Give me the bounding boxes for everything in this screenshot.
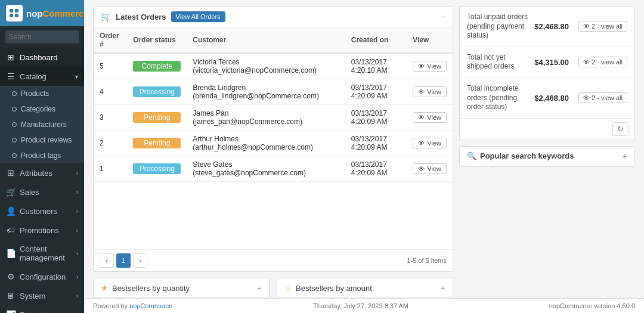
col-created-on: Created on <box>345 27 407 53</box>
status-badge: Pending <box>133 138 181 148</box>
reports-icon: 📊 <box>6 310 16 313</box>
bestsellers-amount-header: ☆ Bestsellers by amount + <box>277 278 453 297</box>
stat-label-3: Total incomplete orders (pending order s… <box>467 84 530 112</box>
footer-link[interactable]: nopCommerce <box>129 302 172 309</box>
sidebar-item-configuration[interactable]: ⚙ Configuration › <box>0 267 84 286</box>
manufacturers-icon <box>12 122 17 127</box>
bestsellers-quantity-header: ★ Bestsellers by quantity + <box>94 278 269 297</box>
refresh-button[interactable]: ↻ <box>612 122 628 136</box>
footer: Powered by nopCommerce Thursday, July 27… <box>84 298 644 313</box>
customer-cell: James Pan (james_pan@nopCommerce.com) <box>187 105 345 131</box>
stat-value-3: $2,468.80 <box>534 94 569 103</box>
sidebar-config-label: Configuration <box>20 272 66 281</box>
order-status-cell: Processing <box>127 79 187 105</box>
sidebar-item-customers[interactable]: 👤 Customers › <box>0 202 84 221</box>
view-button[interactable]: 👁 View <box>413 86 447 97</box>
orders-cart-icon: 🛒 <box>101 12 111 21</box>
logo-text: nopCommerce <box>26 8 84 18</box>
sidebar-categories-label: Categories <box>21 105 55 113</box>
customer-cell: Arthur Holmes (arthur_holmes@nopCommerce… <box>187 131 345 156</box>
latest-orders-title: Latest Orders <box>116 13 166 21</box>
view-button[interactable]: 👁 View <box>413 112 447 123</box>
minimize-icon[interactable]: − <box>441 12 445 21</box>
pagination-prev-button[interactable]: ‹ <box>100 253 114 268</box>
sidebar-item-manufacturers[interactable]: Manufacturers <box>6 117 84 132</box>
sidebar-item-content-management[interactable]: 📄 Content management › <box>0 240 84 267</box>
catalog-icon: ☰ <box>6 72 16 81</box>
view-cell: 👁 View <box>407 105 453 131</box>
chevron-down-icon: ▾ <box>75 73 78 80</box>
view-cell: 👁 View <box>407 156 453 182</box>
sidebar-item-dashboard[interactable]: ⊞ Dashboard <box>0 48 84 67</box>
main-layout: nopCommerce ⊞ Dashboard ☰ Catalog ▾ <box>0 0 644 313</box>
sidebar-nav: ⊞ Dashboard ☰ Catalog ▾ Products <box>0 48 84 313</box>
search-keywords-card: 🔍 Popular search keywords + <box>459 146 635 167</box>
view-button[interactable]: 👁 View <box>413 163 447 174</box>
bestsellers-by-quantity-card: ★ Bestsellers by quantity + <box>93 278 270 298</box>
footer-datetime: Thursday, July 27, 2023 8:37 AM <box>172 302 549 309</box>
sidebar-logo[interactable]: nopCommerce <box>0 0 84 26</box>
stat-row-1: Total unpaid orders (pending payment sta… <box>460 7 634 47</box>
stats-card: Total unpaid orders (pending payment sta… <box>459 6 635 140</box>
sidebar-item-sales[interactable]: 🛒 Sales › <box>0 182 84 202</box>
system-icon: 🖥 <box>6 291 16 300</box>
customer-cell: Victoria Terces (victoria_victoria@nopCo… <box>187 53 345 79</box>
sidebar-item-product-reviews[interactable]: Product reviews <box>6 132 84 148</box>
sidebar-sales-label: Sales <box>20 188 39 197</box>
sidebar-reviews-label: Product reviews <box>21 136 72 144</box>
sidebar-item-promotions[interactable]: 🏷 Promotions › <box>0 221 84 240</box>
right-content: Total unpaid orders (pending payment sta… <box>459 0 644 298</box>
bestsellers-quantity-expand-icon[interactable]: + <box>257 283 262 293</box>
view-eye-icon: 👁 <box>418 88 425 95</box>
created-cell: 03/13/2017 4:20:09 AM <box>345 131 407 156</box>
status-badge: Complete <box>133 61 181 72</box>
sidebar-item-attributes[interactable]: ⊞ Attributes › <box>0 163 84 182</box>
stat-view-btn-3[interactable]: 👁 2 - view all <box>578 92 627 103</box>
orders-table-container: Order # Order status Customer Created on… <box>94 27 453 249</box>
view-button[interactable]: 👁 View <box>413 61 447 72</box>
sidebar-item-categories[interactable]: Categories <box>6 101 84 117</box>
sidebar-tags-label: Product tags <box>21 151 61 160</box>
sidebar-customers-label: Customers <box>20 207 57 216</box>
content-chevron-icon: › <box>76 250 78 257</box>
footer-version: nopCommerce version 4.60.0 <box>549 302 635 309</box>
customers-icon: 👤 <box>6 206 16 216</box>
sales-chevron-icon: › <box>76 189 78 196</box>
eye-icon-3: 👁 <box>583 94 590 101</box>
bestsellers-amount-expand-icon[interactable]: + <box>441 283 445 293</box>
col-order-status: Order status <box>127 27 187 53</box>
stat-value-2: $4,315.00 <box>534 58 569 67</box>
sidebar-search-input[interactable] <box>5 30 79 44</box>
order-status-cell: Complete <box>127 53 187 79</box>
sidebar-item-system[interactable]: 🖥 System › <box>0 286 84 305</box>
pagination-next-button[interactable]: › <box>133 253 147 268</box>
stat-view-btn-1[interactable]: 👁 2 - view all <box>578 21 627 32</box>
order-status-cell: Pending <box>127 105 187 131</box>
pagination-info: 1-5 of 5 items <box>407 257 447 264</box>
eye-icon-2: 👁 <box>583 58 590 66</box>
table-row: 1 Processing Steve Gates (steve_gates@no… <box>94 156 453 182</box>
promotions-icon: 🏷 <box>6 225 16 235</box>
order-num-cell: 5 <box>94 53 127 79</box>
sidebar-item-reports[interactable]: 📊 Reports › <box>0 305 84 313</box>
logo-icon <box>6 5 23 21</box>
pagination-page-1-button[interactable]: 1 <box>116 253 131 268</box>
search-keywords-expand-icon[interactable]: + <box>623 151 627 161</box>
view-cell: 👁 View <box>407 131 453 156</box>
created-cell: 03/13/2017 4:20:09 AM <box>345 105 407 131</box>
view-all-orders-button[interactable]: View All Orders <box>171 11 225 22</box>
sidebar-item-catalog[interactable]: ☰ Catalog ▾ <box>0 67 84 86</box>
product-reviews-icon <box>12 138 17 142</box>
order-num-cell: 3 <box>94 105 127 131</box>
view-button[interactable]: 👁 View <box>413 138 447 148</box>
dashboard-icon: ⊞ <box>6 52 16 62</box>
sidebar-item-products[interactable]: Products <box>6 86 84 101</box>
order-num-cell: 4 <box>94 79 127 105</box>
latest-orders-card: 🛒 Latest Orders View All Orders − Order … <box>93 6 453 272</box>
status-badge: Processing <box>133 163 181 174</box>
stat-refresh-row: ↻ <box>460 119 634 140</box>
stat-view-btn-2[interactable]: 👁 2 - view all <box>578 57 627 67</box>
sidebar-item-product-tags[interactable]: Product tags <box>6 148 84 163</box>
sidebar-catalog-label: Catalog <box>20 72 47 81</box>
content-management-icon: 📄 <box>6 249 16 258</box>
